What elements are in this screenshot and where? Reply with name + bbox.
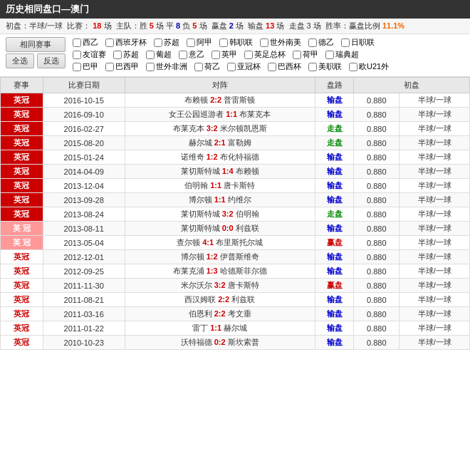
cell-odds: 0.880 <box>354 93 400 108</box>
filter-meizhi[interactable]: 美职联 <box>308 61 342 72</box>
cell-league: 英 冠 <box>1 222 43 236</box>
table-row: 英冠2014-04-09莱切斯特城 1:4 布赖顿输盘0.880半球/一球 <box>1 165 470 179</box>
cell-panlu: 输盘 <box>315 336 353 350</box>
cell-league: 英冠 <box>1 193 43 207</box>
cell-odds: 0.880 <box>354 165 400 179</box>
filter-youyi[interactable]: 友谊赛 <box>73 49 106 60</box>
cell-match: 博尔顿 1:1 约维尔 <box>125 193 315 207</box>
cell-league: 英冠 <box>1 150 43 165</box>
cell-panlu: 输盘 <box>315 321 353 336</box>
col-league: 赛事 <box>1 78 43 93</box>
cell-match: 莱切斯特城 1:4 布赖顿 <box>125 165 315 179</box>
cell-date: 2011-08-21 <box>43 293 125 307</box>
cell-odds: 0.880 <box>354 264 400 279</box>
cell-date: 2012-09-25 <box>43 264 125 279</box>
filter-deyi[interactable]: 德乙 <box>308 37 334 48</box>
cell-handicap: 半球/一球 <box>400 321 470 336</box>
cell-date: 2016-09-10 <box>43 108 125 122</box>
filter-hanzhi[interactable]: 韩职联 <box>219 37 253 48</box>
cell-league: 英 冠 <box>1 236 43 250</box>
table-row: 英冠2015-01-24诺维奇 1:2 布化特福德输盘0.880半球/一球 <box>1 150 470 165</box>
cell-date: 2013-09-28 <box>43 193 125 207</box>
cell-handicap: 半球/一球 <box>400 150 470 165</box>
cell-odds: 0.880 <box>354 279 400 293</box>
filter-yingzong[interactable]: 英足总杯 <box>244 49 286 60</box>
cell-odds: 0.880 <box>354 179 400 193</box>
table-row: 英冠2011-03-16伯恩利 2:2 考文垂输盘0.880半球/一球 <box>1 307 470 321</box>
cell-date: 2010-10-23 <box>43 336 125 350</box>
filter-suchao2[interactable]: 苏超 <box>113 49 139 60</box>
filter-row-1: 西乙 西班牙杯 苏超 阿甲 韩职联 世外南美 德乙 日职联 <box>73 37 395 48</box>
cell-date: 2012-12-01 <box>43 250 125 264</box>
filter-yingjia[interactable]: 英甲 <box>212 49 237 60</box>
filter-ouu21[interactable]: 欧U21外 <box>349 61 389 72</box>
table-row: 英冠2016-09-10女王公园巡游者 1:1 布莱克本输盘0.880半球/一球 <box>1 108 470 122</box>
cell-league: 英冠 <box>1 207 43 222</box>
table-row: 英冠2012-09-25布莱克浦 1:3 哈德斯菲尔德输盘0.880半球/一球 <box>1 264 470 279</box>
cell-date: 2013-08-24 <box>43 207 125 222</box>
cell-panlu: 输盘 <box>315 264 353 279</box>
filter-heyi[interactable]: 荷乙 <box>194 61 220 72</box>
filter-baxi[interactable]: 巴西甲 <box>105 61 139 72</box>
filter-shinam[interactable]: 世外南美 <box>260 37 301 48</box>
table-row: 英冠2012-12-01博尔顿 1:2 伊普斯维奇输盘0.880半球/一球 <box>1 250 470 264</box>
filter-xiyi[interactable]: 西乙 <box>73 37 98 48</box>
cell-odds: 0.880 <box>354 307 400 321</box>
filter-ruidianchao[interactable]: 瑞典超 <box>325 49 359 60</box>
cell-match: 女王公园巡游者 1:1 布莱克本 <box>125 108 315 122</box>
cell-match: 米尔沃尔 3:2 唐卡斯特 <box>125 279 315 293</box>
cell-match: 伯恩利 2:2 考文垂 <box>125 307 315 321</box>
cell-odds: 0.880 <box>354 321 400 336</box>
cell-odds: 0.880 <box>354 150 400 165</box>
cell-odds: 0.880 <box>354 236 400 250</box>
filter-puchao[interactable]: 葡超 <box>146 49 172 60</box>
similar-match-button[interactable]: 相同赛事 <box>6 37 66 52</box>
cell-panlu: 输盘 <box>315 165 353 179</box>
cell-match: 雷丁 1:1 赫尔城 <box>125 321 315 336</box>
cell-handicap: 半球/一球 <box>400 179 470 193</box>
table-header-row: 赛事 比赛日期 对阵 盘路 初盘 <box>1 78 470 93</box>
select-all-button[interactable]: 全选 <box>6 53 34 68</box>
invert-button[interactable]: 反选 <box>37 53 66 68</box>
cell-handicap: 半球/一球 <box>400 165 470 179</box>
cell-league: 英冠 <box>1 93 43 108</box>
cell-odds: 0.880 <box>354 336 400 350</box>
cell-handicap: 半球/一球 <box>400 193 470 207</box>
filter-xibanyabei[interactable]: 西班牙杯 <box>105 37 147 48</box>
filter-shiwai[interactable]: 世外非洲 <box>146 61 187 72</box>
filter-baxibei[interactable]: 巴西杯 <box>268 61 301 72</box>
filter-rizhilian[interactable]: 日职联 <box>341 37 375 48</box>
cell-league: 英冠 <box>1 264 43 279</box>
cell-league: 英冠 <box>1 279 43 293</box>
cell-handicap: 半球/一球 <box>400 136 470 150</box>
cell-handicap: 半球/一球 <box>400 307 470 321</box>
table-row: 英冠2013-12-04伯明翰 1:1 唐卡斯特输盘0.880半球/一球 <box>1 179 470 193</box>
cell-panlu: 输盘 <box>315 250 353 264</box>
cell-odds: 0.880 <box>354 136 400 150</box>
cell-handicap: 半球/一球 <box>400 279 470 293</box>
filter-ayia[interactable]: 阿甲 <box>187 37 212 48</box>
filter-row-3: 巴甲 巴西甲 世外非洲 荷乙 亚冠杯 巴西杯 美职联 欧U21外 <box>73 61 395 72</box>
filter-yachuan[interactable]: 亚冠杯 <box>227 61 261 72</box>
cell-date: 2015-08-20 <box>43 136 125 150</box>
cell-odds: 0.880 <box>354 193 400 207</box>
cell-panlu: 输盘 <box>315 150 353 165</box>
cell-match: 沃特福德 0:2 斯坎索普 <box>125 336 315 350</box>
cell-match: 莱切斯特城 0:0 利兹联 <box>125 222 315 236</box>
cell-match: 西汉姆联 2:2 利兹联 <box>125 293 315 307</box>
cell-date: 2011-11-30 <box>43 279 125 293</box>
filter-bajia[interactable]: 巴甲 <box>73 61 98 72</box>
cell-handicap: 半球/一球 <box>400 222 470 236</box>
cell-handicap: 半球/一球 <box>400 236 470 250</box>
cell-date: 2013-08-11 <box>43 222 125 236</box>
cell-panlu: 输盘 <box>315 222 353 236</box>
cell-panlu: 输盘 <box>315 93 353 108</box>
cell-date: 2016-10-15 <box>43 93 125 108</box>
cell-panlu: 输盘 <box>315 108 353 122</box>
filter-hejia[interactable]: 荷甲 <box>293 49 318 60</box>
table-row: 英冠2015-08-20赫尔城 2:1 富勒姆走盘0.880半球/一球 <box>1 136 470 150</box>
filter-suchaol[interactable]: 苏超 <box>154 37 179 48</box>
cell-match: 布莱克浦 1:3 哈德斯菲尔德 <box>125 264 315 279</box>
cell-match: 伯明翰 1:1 唐卡斯特 <box>125 179 315 193</box>
filter-yiyi[interactable]: 意乙 <box>179 49 204 60</box>
